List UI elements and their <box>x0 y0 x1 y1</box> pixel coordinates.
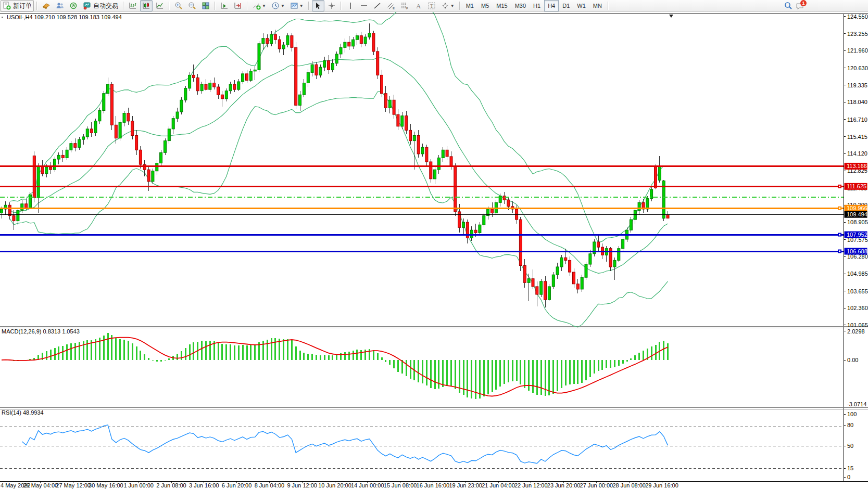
candle <box>442 150 444 158</box>
separator <box>459 2 460 10</box>
candle <box>421 147 424 154</box>
trendline-tool[interactable] <box>371 0 384 11</box>
candle <box>164 141 167 153</box>
chart-shift-marker[interactable] <box>669 15 673 18</box>
timeframe-m15[interactable]: M15 <box>493 0 511 11</box>
auto-scroll-button[interactable] <box>218 0 231 11</box>
candle <box>278 40 281 49</box>
market-watch-button[interactable] <box>40 0 53 11</box>
macd-tick: 2.0298 <box>847 328 865 334</box>
separator <box>123 2 124 10</box>
rsi-tick: 50 <box>847 443 853 449</box>
indicators-button[interactable]: ▼ <box>250 0 268 11</box>
candle <box>585 264 587 277</box>
candle <box>479 225 481 233</box>
candle <box>176 112 179 119</box>
auto-trading-button[interactable]: 自动交易 <box>81 0 120 11</box>
timeframe-w1[interactable]: W1 <box>573 0 589 11</box>
fibonacci-tool[interactable]: F <box>398 0 411 11</box>
candle <box>613 260 616 267</box>
candle <box>184 88 187 100</box>
timeframe-m5[interactable]: M5 <box>477 0 493 11</box>
candle <box>532 279 534 287</box>
candle <box>78 139 81 147</box>
candle <box>491 209 494 213</box>
candle <box>401 116 404 126</box>
svg-text:T: T <box>430 3 433 9</box>
bar-chart-button[interactable] <box>127 0 139 11</box>
periods-button[interactable]: ▼ <box>269 0 287 11</box>
candle <box>335 54 338 63</box>
line-chart-button[interactable] <box>154 0 166 11</box>
timeframe-m1[interactable]: M1 <box>462 0 477 11</box>
price-tick-label: 102.360 <box>847 305 868 311</box>
candle <box>434 170 436 179</box>
price-tick-label: 120.630 <box>847 65 868 71</box>
bar-chart-icon <box>129 2 137 10</box>
search-icon[interactable] <box>784 2 792 10</box>
channel-tool[interactable]: E <box>385 0 397 11</box>
templates-button[interactable]: ▼ <box>288 0 306 11</box>
arrows-tool[interactable]: ▼ <box>439 0 457 11</box>
candle <box>262 38 265 44</box>
crosshair-tool-button[interactable] <box>325 0 338 11</box>
toolbar-right: 1 <box>784 0 806 11</box>
candle <box>180 100 183 112</box>
chart-menu-marker[interactable] <box>2 17 3 18</box>
candle <box>74 144 77 148</box>
bollinger-bands <box>10 1 668 327</box>
candle <box>548 287 550 300</box>
price-tick-label: 124.550 <box>847 14 868 20</box>
trendline-icon <box>373 2 382 10</box>
candle <box>242 74 244 82</box>
candle <box>246 74 248 81</box>
candle <box>8 205 11 215</box>
candle <box>356 36 358 40</box>
candle <box>658 166 661 181</box>
dropdown-caret: ▼ <box>262 4 266 8</box>
candle <box>655 166 657 188</box>
candle <box>33 156 35 198</box>
candle <box>61 155 64 158</box>
new-order-button[interactable]: 新订单 <box>1 0 34 11</box>
text-tool[interactable]: A <box>412 0 424 11</box>
horizontal-line-tool[interactable] <box>358 0 370 11</box>
price-label-text: 109.966 <box>847 205 867 211</box>
timeframe-m30[interactable]: M30 <box>511 0 530 11</box>
candle <box>307 72 309 83</box>
chart-shift-button[interactable] <box>232 0 244 11</box>
candle <box>254 70 256 71</box>
price-tick-label: 104.985 <box>847 271 868 277</box>
signals-button[interactable] <box>67 0 80 11</box>
candle <box>666 214 669 218</box>
candle <box>291 36 293 48</box>
timeframe-h4[interactable]: H4 <box>544 0 559 11</box>
candle <box>405 116 408 131</box>
horizontal-line-icon <box>360 2 368 10</box>
candle <box>634 210 636 220</box>
cursor-tool-button[interactable] <box>312 0 324 11</box>
zoom-in-button[interactable] <box>172 0 185 11</box>
vertical-line-icon <box>346 2 355 10</box>
candle <box>66 150 68 158</box>
level-lines[interactable] <box>0 166 844 253</box>
dropdown-caret: ▼ <box>281 4 285 8</box>
auto-trading-icon <box>83 2 91 10</box>
timeframe-h1[interactable]: H1 <box>530 0 544 11</box>
accounts-button[interactable] <box>54 0 66 11</box>
gold-book-icon <box>42 2 51 10</box>
candle <box>147 170 150 182</box>
price-tick-label: 108.905 <box>847 219 868 225</box>
text-label-tool[interactable]: T <box>425 0 438 11</box>
zoom-out-button[interactable] <box>186 0 198 11</box>
price-chart[interactable]: USOil-,H4 109.210 109.528 109.183 109.49… <box>0 0 868 489</box>
timeframe-mn[interactable]: MN <box>589 0 606 11</box>
price-axis: 124.550123.255121.960120.630119.335118.0… <box>844 14 868 328</box>
vertical-line-tool[interactable] <box>344 0 357 11</box>
candlestick-chart-button[interactable] <box>140 0 153 11</box>
macd-label: MACD(12,26,9) 0.8313 1.0543 <box>2 328 80 334</box>
tile-windows-button[interactable] <box>199 0 212 11</box>
timeframe-d1[interactable]: D1 <box>559 0 573 11</box>
notifications-button[interactable]: 1 <box>796 1 806 11</box>
candle <box>552 275 555 287</box>
